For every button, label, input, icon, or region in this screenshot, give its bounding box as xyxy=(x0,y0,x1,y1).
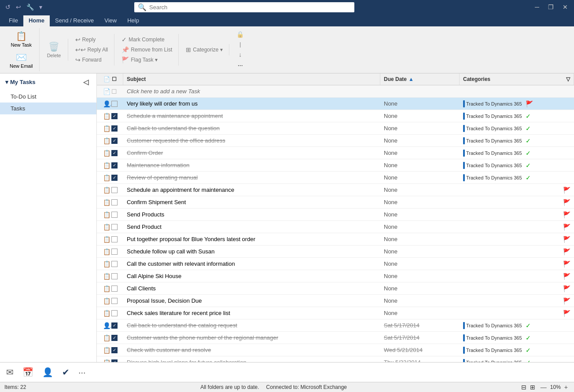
sidebar-collapse-button[interactable]: ◁ xyxy=(81,77,91,87)
flag-red-icon[interactable]: 🚩 xyxy=(526,100,533,107)
restore-button[interactable]: ❐ xyxy=(545,3,556,11)
task-checkbox[interactable]: ✓ xyxy=(111,335,118,341)
nav-people-icon[interactable]: 👤 xyxy=(40,365,55,379)
forward-button[interactable]: ↪ Forward xyxy=(72,55,112,65)
minimize-button[interactable]: ─ xyxy=(532,3,542,11)
task-checkbox[interactable]: ✓ xyxy=(111,162,118,169)
move-down-button[interactable]: ↓ xyxy=(235,50,245,59)
nav-more-icon[interactable]: ··· xyxy=(77,366,88,379)
add-new-subject[interactable]: Click here to add a new Task xyxy=(123,86,380,96)
nav-calendar-icon[interactable]: 📅 xyxy=(21,365,35,379)
task-checkbox[interactable]: ✓ xyxy=(111,138,118,144)
task-checkbox[interactable]: ✓ xyxy=(111,175,118,181)
flag-red-icon[interactable]: 🚩 xyxy=(563,285,570,292)
table-row[interactable]: 📋✓Customer wants the phone number of the… xyxy=(97,332,574,344)
task-checkbox[interactable] xyxy=(111,298,118,304)
flag-complete-icon[interactable]: ✓ xyxy=(526,347,531,354)
task-checkbox[interactable] xyxy=(111,224,118,230)
flag-complete-icon[interactable]: ✓ xyxy=(526,162,531,169)
dropdown-icon[interactable]: ▾ xyxy=(37,3,44,11)
refresh-icon[interactable]: ↺ xyxy=(4,3,12,11)
task-checkbox[interactable] xyxy=(111,310,118,316)
th-subject[interactable]: Subject xyxy=(123,73,380,85)
table-row[interactable]: 📋Call Alpine Ski HouseNone🚩 xyxy=(97,270,574,282)
tab-send-receive[interactable]: Send / Receive xyxy=(50,15,99,26)
search-bar[interactable]: 🔍 xyxy=(134,2,354,12)
customization-icon[interactable]: 🔧 xyxy=(25,3,36,11)
nav-mail-icon[interactable]: ✉ xyxy=(4,365,15,379)
flag-complete-icon[interactable]: ✓ xyxy=(526,322,531,329)
flag-red-icon[interactable]: 🚩 xyxy=(563,199,570,206)
lock-button[interactable]: 🔒 xyxy=(233,29,247,39)
flag-red-icon[interactable]: 🚩 xyxy=(563,236,570,243)
filter-icon[interactable]: ▽ xyxy=(566,76,570,82)
table-row[interactable]: 📋✓Review of operating manualNoneTracked … xyxy=(97,172,574,184)
th-categories[interactable]: Categories ▽ xyxy=(460,73,574,85)
table-row[interactable]: 📋Proposal Issue, Decision DueNone🚩 xyxy=(97,295,574,307)
view-grid-icon[interactable]: ⊞ xyxy=(530,384,535,391)
table-row[interactable]: 👤✓Very likely will order from usNoneTrac… xyxy=(97,98,574,110)
flag-red-icon[interactable]: 🚩 xyxy=(563,211,570,218)
flag-complete-icon[interactable]: ✓ xyxy=(526,137,531,144)
table-row[interactable]: 📋✓Schedule a maintenance appointmentNone… xyxy=(97,110,574,122)
table-row[interactable]: 📋✓Confirm OrderNoneTracked To Dynamics 3… xyxy=(97,147,574,159)
my-tasks-section[interactable]: ▾ My Tasks ◁ xyxy=(0,73,96,91)
search-input[interactable] xyxy=(149,4,351,11)
table-row[interactable]: 📋Schedule follow up call with SusanNone🚩 xyxy=(97,245,574,258)
add-new-task-row[interactable]: 📄 ☐ Click here to add a new Task xyxy=(97,85,574,98)
task-checkbox[interactable]: ✓ xyxy=(111,347,118,353)
task-checkbox[interactable]: ✓ xyxy=(111,125,118,132)
task-checkbox[interactable]: ✓ xyxy=(111,113,118,119)
task-checkbox[interactable] xyxy=(111,249,118,255)
undo-icon[interactable]: ↩ xyxy=(14,3,23,11)
task-checkbox[interactable] xyxy=(111,212,118,218)
flag-red-icon[interactable]: 🚩 xyxy=(563,310,570,317)
new-email-button[interactable]: ✉️ New Email xyxy=(6,50,37,70)
flag-task-button[interactable]: 🚩 Flag Task ▾ xyxy=(118,55,176,65)
more-options-button[interactable]: ··· xyxy=(234,60,247,70)
table-row[interactable]: 📋Check sales literature for recent price… xyxy=(97,307,574,319)
table-row[interactable]: 📋Confirm Shipment SentNone🚩 xyxy=(97,196,574,209)
table-row[interactable]: 📋Schedule an appointment for maintenance… xyxy=(97,184,574,196)
task-checkbox[interactable]: ✓ xyxy=(111,322,118,329)
flag-complete-icon[interactable]: ✓ xyxy=(526,359,531,363)
flag-complete-icon[interactable]: ✓ xyxy=(526,125,531,132)
flag-red-icon[interactable]: 🚩 xyxy=(563,260,570,267)
flag-complete-icon[interactable]: ✓ xyxy=(526,150,531,157)
table-row[interactable]: 📋✓Discuss high level plans for future co… xyxy=(97,356,574,362)
task-checkbox[interactable] xyxy=(111,261,118,267)
reply-all-button[interactable]: ↩↩ Reply All xyxy=(72,45,112,55)
nav-tasks-icon[interactable]: ✔ xyxy=(60,365,71,379)
zoom-out-button[interactable]: — xyxy=(539,384,548,391)
tab-home[interactable]: Home xyxy=(23,15,50,26)
table-row[interactable]: 📋✓Maintenance informationNoneTracked To … xyxy=(97,159,574,172)
flag-red-icon[interactable]: 🚩 xyxy=(563,223,570,231)
table-row[interactable]: 📋Put together proposal for Blue Yonders … xyxy=(97,233,574,245)
table-row[interactable]: 📋Send ProductsNone🚩 xyxy=(97,209,574,221)
view-single-icon[interactable]: ⊟ xyxy=(521,384,526,391)
categorize-button[interactable]: ⊞ Categorize ▾ xyxy=(182,45,226,55)
flag-red-icon[interactable]: 🚩 xyxy=(563,297,570,304)
delete-button[interactable]: 🗑️ Delete xyxy=(43,40,65,60)
task-checkbox[interactable] xyxy=(111,101,118,107)
mark-complete-button[interactable]: ✓ Mark Complete xyxy=(118,35,176,44)
categorize-dropdown-icon[interactable]: ▾ xyxy=(220,47,223,53)
tab-file[interactable]: File xyxy=(4,15,23,26)
reply-button[interactable]: ↩ Reply xyxy=(72,35,112,44)
table-row[interactable]: 📋Call the customer with relevant informa… xyxy=(97,258,574,270)
flag-complete-icon[interactable]: ✓ xyxy=(526,113,531,120)
tab-view[interactable]: View xyxy=(99,15,122,26)
task-checkbox[interactable] xyxy=(111,199,118,205)
table-row[interactable]: 📋✓Check with customer and resolveWed 5/2… xyxy=(97,344,574,356)
remove-from-list-button[interactable]: 📌 Remove from List xyxy=(118,45,176,55)
flag-red-icon[interactable]: 🚩 xyxy=(563,187,570,194)
task-checkbox[interactable] xyxy=(111,236,118,242)
new-task-button[interactable]: 📋 New Task xyxy=(7,29,35,49)
flag-red-icon[interactable]: 🚩 xyxy=(563,248,570,255)
task-checkbox[interactable]: ✓ xyxy=(111,150,118,156)
sidebar-item-tasks[interactable]: Tasks xyxy=(0,103,96,114)
table-row[interactable]: 📋✓Call back to understand the questionNo… xyxy=(97,122,574,135)
task-checkbox[interactable] xyxy=(111,187,118,193)
flag-red-icon[interactable]: 🚩 xyxy=(563,273,570,280)
table-row[interactable]: 📋✓Customer requested the office addressN… xyxy=(97,135,574,147)
